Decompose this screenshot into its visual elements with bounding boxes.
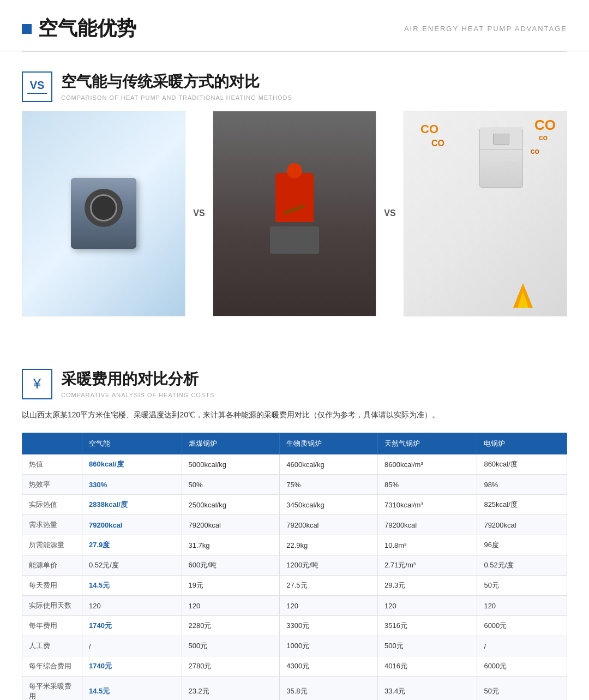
card-coal: 燃煤采暖 ●有废气废渣排放，污染大 ●需要人工维护，不清洁 ●不能制冷，需另外购… [213,111,376,316]
table-cell-label: 每年综合费用 [22,656,82,677]
table-row: 实际热值2838kcal/度2500kcal/kg3450kcal/kg7310… [22,495,567,515]
table-cell-value: 33.4元 [377,677,477,700]
table-cell-value: 4600kcal/kg [280,454,378,475]
cost-table: 空气能 燃煤锅炉 生物质锅炉 天然气锅炉 电锅炉 热值860kcal/度5000… [22,433,567,700]
section2-title-en: COMPARATIVE ANALYSIS OF HEATING COSTS [61,392,214,398]
card-gas-image: CO CO CO co co [404,111,567,316]
table-cell-value: 6000元 [477,656,567,677]
section2-title-zh: 采暖费用的对比分析 [61,369,214,390]
table-cell-label: 每天费用 [22,576,82,596]
table-cell-label: 能源单价 [22,555,82,576]
pump-shape [71,178,136,249]
table-cell-value: 27.9度 [82,535,182,555]
table-cell-value: 50元 [477,677,567,700]
table-cell-value: 0.52元/度 [82,555,182,576]
table-cell-value: 75% [280,475,378,495]
spacer [0,333,589,349]
flame-inner [518,291,528,308]
table-row: 实际使用天数120120120120120 [22,596,567,616]
co-label-4: co [539,133,548,142]
co-label-1: CO [420,122,438,136]
table-cell-value: 500元 [182,636,280,656]
card-air-energy-image [22,111,185,316]
table-cell-label: 热效率 [22,475,82,495]
card-coal-label: 燃煤采暖 [213,316,376,316]
table-cell-label: 热值 [22,454,82,475]
co-label-3: CO [431,139,444,148]
table-cell-value: 2780元 [182,656,280,677]
table-cell-value: / [477,636,567,656]
cost-section: 以山西太原某120平方米住宅楼、采暖温度达到20℃，来计算各种能源的采暖费用对比… [0,408,589,700]
table-row: 每年费用1740元2280元3300元3516元6000元 [22,616,567,636]
table-cell-value: 35.8元 [280,677,378,700]
table-cell-value: 600元/吨 [182,555,280,576]
table-cell-value: 5000kcal/kg [182,454,280,475]
table-cell-value: 50% [182,475,280,495]
table-cell-value: 10.8m³ [377,535,477,555]
table-cell-value: 2280元 [182,616,280,636]
table-cell-value: 120 [280,596,378,616]
card-air-energy: 哈思空气能采暖 ●无废气废渣排放，清洁环保 ●通过吸收空气能量，高效节能 ●一台… [22,111,185,316]
table-cell-value: 79200kcal [377,515,477,535]
table-cell-value: 2838kcal/度 [82,495,182,515]
co-label-2: CO [534,117,556,134]
table-cell-label: 实际使用天数 [22,596,82,616]
table-cell-value: 27.5元 [280,576,378,596]
table-cell-value: 19元 [182,576,280,596]
table-cell-value: 96度 [477,535,567,555]
section1-title-block: 空气能与传统采暖方式的对比 COMPARISON OF HEAT PUMP AN… [61,71,292,101]
pump-fan-inner [90,194,117,222]
vs-badge-text: VS [30,80,45,91]
table-cell-value: 22.9kg [280,535,378,555]
vs-badge: VS [22,71,52,102]
table-cell-value: 2.71元/m³ [377,555,477,576]
table-cell-value: 79200kcal [182,515,280,535]
table-cell-value: 120 [82,596,182,616]
section1-header: VS 空气能与传统采暖方式的对比 COMPARISON OF HEAT PUMP… [0,52,589,111]
section2-header: ¥ 采暖费用的对比分析 COMPARATIVE ANALYSIS OF HEAT… [0,349,589,408]
table-cell-value: 1000元 [280,636,378,656]
table-cell-value: 98% [477,475,567,495]
page-title-en: AIR ENERGY HEAT PUMP ADVANTAGE [404,25,567,33]
yen-badge: ¥ [22,369,52,399]
table-row: 每年综合费用1740元2780元4300元4016元6000元 [22,656,567,677]
table-cell-value: 2500kcal/kg [182,495,280,515]
table-cell-value: 860kcal/度 [82,454,182,475]
table-cell-value: 1200元/吨 [280,555,378,576]
table-cell-value: 14.5元 [82,576,182,596]
table-cell-value: 23.2元 [182,677,280,700]
title-block: 空气能优势 [22,15,136,42]
co-label-5: co [531,147,539,155]
table-cell-value: 79200kcal [82,515,182,535]
table-cell-value: / [82,636,182,656]
table-cell-value: 85% [377,475,477,495]
table-cell-value: 4016元 [377,656,477,677]
table-cell-value: 120 [377,596,477,616]
section2-title-block: 采暖费用的对比分析 COMPARATIVE ANALYSIS OF HEATIN… [61,369,214,398]
table-header-row-label [22,433,82,454]
table-cell-value: 3516元 [377,616,477,636]
table-header-air: 空气能 [82,433,182,454]
table-row: 每天费用14.5元19元27.5元29.3元50元 [22,576,567,596]
blue-square-icon [22,24,32,34]
table-cell-value: 14.5元 [82,677,182,700]
page-title-zh: 空气能优势 [38,15,136,42]
table-cell-value: 825kcal/度 [477,495,567,515]
flame-icon [509,275,537,308]
table-header-row: 空气能 燃煤锅炉 生物质锅炉 天然气锅炉 电锅炉 [22,433,567,454]
vs-separator-1: VS [185,111,213,316]
table-cell-value: 3300元 [280,616,378,636]
table-row: 需求热量79200kcal79200kcal79200kcal79200kcal… [22,515,567,535]
table-row: 人工费/500元1000元500元/ [22,636,567,656]
table-cell-value: 4300元 [280,656,378,677]
table-cell-value: 120 [477,596,567,616]
table-row: 热效率330%50%75%85%98% [22,475,567,495]
table-cell-value: 50元 [477,576,567,596]
table-cell-label: 实际热值 [22,495,82,515]
gas-boiler [479,128,523,188]
table-header-electric: 电锅炉 [477,433,567,454]
table-cell-value: 330% [82,475,182,495]
comparison-cards: 哈思空气能采暖 ●无废气废渣排放，清洁环保 ●通过吸收空气能量，高效节能 ●一台… [0,111,589,333]
table-cell-value: 3450kcal/kg [280,495,378,515]
table-row: 热值860kcal/度5000kcal/kg4600kcal/kg8600kca… [22,454,567,475]
